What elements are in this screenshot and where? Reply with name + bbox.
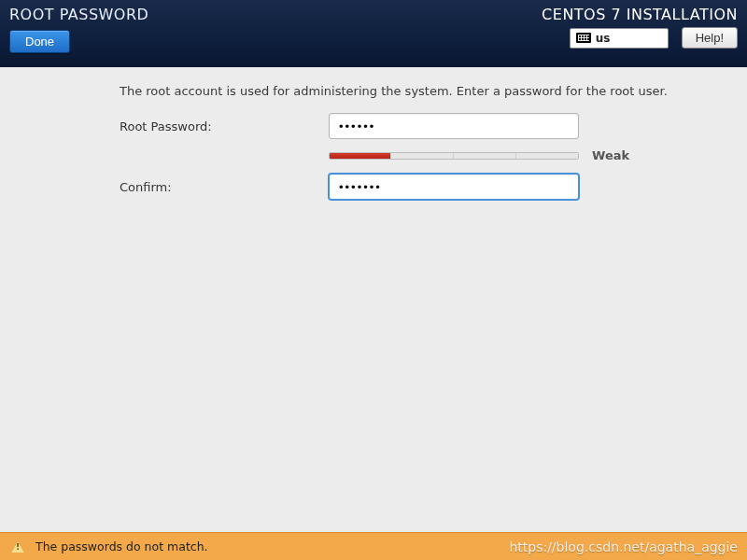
warning-icon: [11, 541, 24, 553]
confirm-password-label: Confirm:: [120, 180, 329, 194]
installer-header: ROOT PASSWORD CENTOS 7 INSTALLATION Done…: [0, 0, 747, 67]
strength-segment: [392, 153, 454, 159]
root-password-input[interactable]: [329, 113, 579, 139]
main-content: The root account is used for administeri…: [0, 67, 747, 532]
description-text: The root account is used for administeri…: [120, 84, 710, 98]
confirm-password-input[interactable]: [329, 174, 579, 200]
password-strength-row: Weak: [329, 148, 646, 162]
page-title: ROOT PASSWORD: [9, 6, 148, 23]
keyboard-layout-label: us: [596, 32, 611, 45]
warning-footer: The passwords do not match. https://blog…: [0, 532, 747, 560]
watermark-text: https://blog.csdn.net/agatha_aggie: [509, 539, 738, 554]
strength-segment: [455, 153, 516, 159]
strength-segment: [517, 153, 578, 159]
warning-message: The passwords do not match.: [35, 539, 208, 553]
password-strength-label: Weak: [592, 148, 629, 162]
help-button[interactable]: Help!: [682, 27, 738, 49]
keyboard-layout-indicator[interactable]: us: [570, 28, 669, 49]
password-strength-bar: [329, 152, 579, 160]
keyboard-icon: [576, 33, 591, 43]
app-title: CENTOS 7 INSTALLATION: [542, 6, 738, 23]
strength-segment: [330, 153, 391, 159]
done-button[interactable]: Done: [9, 30, 70, 53]
root-password-label: Root Password:: [120, 119, 329, 133]
